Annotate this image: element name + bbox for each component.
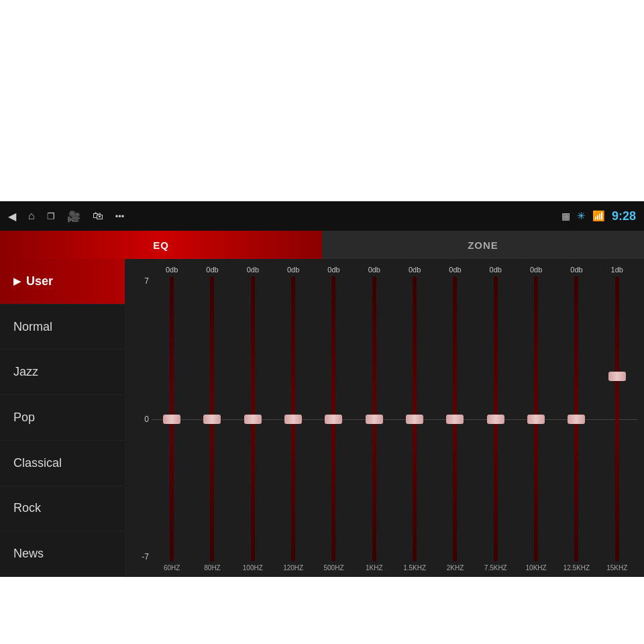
freq-label: 12.5KHZ bbox=[556, 564, 596, 572]
play-arrow-icon: ▶ bbox=[13, 276, 21, 286]
slider-handle[interactable] bbox=[284, 415, 302, 424]
y-label-mid: 0 bbox=[134, 415, 149, 424]
freq-label: 15KHZ bbox=[597, 564, 637, 572]
status-bar: ◀ ⌂ ❐ 🎥 🛍 ••• ▦ ✳ 📶 9:28 bbox=[0, 201, 644, 231]
slider-col-1khz[interactable] bbox=[354, 276, 394, 561]
sidebar-item-classical[interactable]: Classical bbox=[0, 441, 125, 486]
db-label: 0db bbox=[233, 266, 273, 274]
tab-zone[interactable]: ZONE bbox=[322, 231, 644, 259]
freq-label: 1.5KHZ bbox=[394, 564, 435, 572]
slider-handle[interactable] bbox=[163, 415, 180, 424]
sidebar-item-pop[interactable]: Pop bbox=[0, 395, 125, 441]
slider-col-100hz[interactable] bbox=[233, 276, 273, 561]
bluetooth-icon: ✳ bbox=[577, 210, 586, 222]
slider-track bbox=[615, 276, 619, 561]
slider-col-15khz[interactable] bbox=[597, 276, 637, 561]
slider-col-15khz[interactable] bbox=[394, 276, 435, 561]
freq-label: 60HZ bbox=[152, 564, 192, 572]
slider-handle[interactable] bbox=[366, 415, 383, 424]
db-label: 1db bbox=[597, 266, 637, 274]
slider-track bbox=[494, 276, 498, 561]
camera-icon[interactable]: 🎥 bbox=[67, 210, 80, 223]
db-label: 0db bbox=[152, 266, 192, 274]
db-label: 0db bbox=[394, 266, 435, 274]
slider-col-2khz[interactable] bbox=[435, 276, 475, 561]
freq-label: 7.5KHZ bbox=[476, 564, 516, 572]
eq-panel: 0db0db0db0db0db0db0db0db0db0db0db1db 7 0… bbox=[125, 259, 644, 577]
tab-eq[interactable]: EQ bbox=[0, 231, 322, 259]
slider-handle[interactable] bbox=[325, 415, 342, 424]
freq-label: 500HZ bbox=[313, 564, 354, 572]
db-label: 0db bbox=[273, 266, 313, 274]
status-bar-right: ▦ ✳ 📶 9:28 bbox=[561, 209, 636, 223]
slider-handle[interactable] bbox=[608, 372, 626, 381]
slider-track bbox=[534, 276, 538, 561]
sidebar-item-rock[interactable]: Rock bbox=[0, 486, 125, 532]
sliders-container bbox=[152, 276, 637, 561]
freq-label: 80HZ bbox=[192, 564, 232, 572]
slider-track bbox=[210, 276, 214, 561]
slider-col-60hz[interactable] bbox=[152, 276, 192, 561]
cast-icon: ▦ bbox=[561, 211, 570, 221]
slider-handle[interactable] bbox=[244, 415, 262, 424]
freq-label: 10KHZ bbox=[516, 564, 556, 572]
slider-handle[interactable] bbox=[406, 415, 423, 424]
sidebar: ▶ User Normal Jazz Pop Classical Rock bbox=[0, 259, 125, 577]
slider-track bbox=[291, 276, 295, 561]
sidebar-item-user[interactable]: ▶ User bbox=[0, 259, 125, 305]
db-label: 0db bbox=[354, 266, 394, 274]
home-icon[interactable]: ⌂ bbox=[28, 210, 35, 222]
screen-wrapper: ◀ ⌂ ❐ 🎥 🛍 ••• ▦ ✳ 📶 9:28 EQ ZONE bbox=[0, 0, 644, 644]
slider-track bbox=[574, 276, 578, 561]
slider-col-80hz[interactable] bbox=[192, 276, 232, 561]
bag-icon[interactable]: 🛍 bbox=[93, 210, 103, 222]
slider-col-75khz[interactable] bbox=[476, 276, 516, 561]
slider-col-10khz[interactable] bbox=[516, 276, 556, 561]
slider-handle[interactable] bbox=[487, 415, 504, 424]
slider-handle[interactable] bbox=[203, 415, 221, 424]
db-labels-top: 0db0db0db0db0db0db0db0db0db0db0db1db bbox=[131, 266, 637, 274]
slider-handle[interactable] bbox=[527, 415, 545, 424]
slider-col-500hz[interactable] bbox=[313, 276, 354, 561]
sliders-area: 7 0 -7 bbox=[131, 276, 637, 561]
main-content: ▶ User Normal Jazz Pop Classical Rock bbox=[0, 259, 644, 577]
slider-track bbox=[170, 276, 174, 561]
slider-col-120hz[interactable] bbox=[273, 276, 313, 561]
time-display: 9:28 bbox=[612, 209, 636, 223]
slider-track bbox=[251, 276, 255, 561]
freq-label: 1KHZ bbox=[354, 564, 394, 572]
slider-track bbox=[372, 276, 376, 561]
back-icon[interactable]: ◀ bbox=[8, 210, 16, 223]
slider-track bbox=[331, 276, 335, 561]
wifi-icon: 📶 bbox=[592, 210, 605, 222]
y-axis: 7 0 -7 bbox=[131, 276, 152, 561]
sidebar-item-news[interactable]: News bbox=[0, 531, 125, 577]
db-label: 0db bbox=[313, 266, 354, 274]
tab-bar: EQ ZONE bbox=[0, 231, 644, 259]
slider-handle[interactable] bbox=[446, 415, 464, 424]
db-label: 0db bbox=[435, 266, 475, 274]
y-label-bot: -7 bbox=[134, 552, 149, 561]
freq-label: 100HZ bbox=[233, 564, 273, 572]
status-bar-left: ◀ ⌂ ❐ 🎥 🛍 ••• bbox=[8, 210, 124, 223]
db-label: 0db bbox=[476, 266, 516, 274]
db-label: 0db bbox=[556, 266, 596, 274]
db-label: 0db bbox=[516, 266, 556, 274]
windows-icon[interactable]: ❐ bbox=[47, 211, 55, 221]
freq-labels: 60HZ80HZ100HZ120HZ500HZ1KHZ1.5KHZ2KHZ7.5… bbox=[131, 564, 637, 572]
screen: ◀ ⌂ ❐ 🎥 🛍 ••• ▦ ✳ 📶 9:28 EQ ZONE bbox=[0, 201, 644, 577]
sidebar-item-normal[interactable]: Normal bbox=[0, 305, 125, 350]
slider-track bbox=[453, 276, 457, 561]
y-label-top: 7 bbox=[134, 276, 149, 286]
more-icon[interactable]: ••• bbox=[115, 211, 125, 221]
slider-track bbox=[413, 276, 417, 561]
db-label: 0db bbox=[192, 266, 232, 274]
slider-col-125khz[interactable] bbox=[556, 276, 596, 561]
slider-handle[interactable] bbox=[568, 415, 585, 424]
freq-label: 2KHZ bbox=[435, 564, 475, 572]
freq-label: 120HZ bbox=[273, 564, 313, 572]
sidebar-item-jazz[interactable]: Jazz bbox=[0, 350, 125, 395]
